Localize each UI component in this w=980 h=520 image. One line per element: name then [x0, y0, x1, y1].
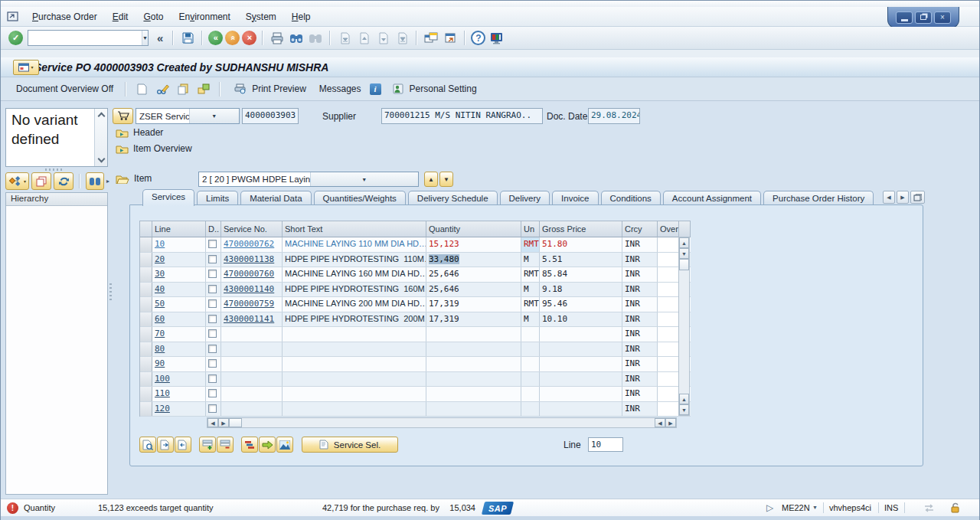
- continue-icon[interactable]: ▷: [766, 502, 773, 513]
- quantity-cell[interactable]: 17,319: [426, 312, 521, 327]
- po-type-dropdown-icon[interactable]: ▼: [189, 109, 240, 123]
- table-config-icon[interactable]: [679, 221, 691, 237]
- transaction-code[interactable]: ME22N: [782, 503, 810, 512]
- line-checkbox[interactable]: [208, 389, 217, 397]
- line-checkbox[interactable]: [208, 240, 217, 248]
- gantt-icon[interactable]: [241, 437, 258, 453]
- find-next-icon[interactable]: [307, 30, 324, 47]
- gross-price-cell[interactable]: 51.80: [540, 237, 622, 252]
- short-text-cell[interactable]: HDPE PIPE HYDROTESTING 110M…: [283, 253, 426, 267]
- next-item-button[interactable]: ▼: [439, 172, 453, 187]
- gross-price-cell[interactable]: [540, 372, 622, 387]
- row-select-button[interactable]: [140, 327, 152, 342]
- col-short-text[interactable]: Short Text: [283, 221, 426, 237]
- menu-environment[interactable]: Environment: [171, 8, 237, 25]
- row-select-button[interactable]: [140, 357, 152, 371]
- col-service-no[interactable]: Service No.: [221, 221, 283, 237]
- unit-cell[interactable]: [521, 327, 540, 342]
- line-checkbox[interactable]: [208, 315, 217, 323]
- tab-quantities-weights[interactable]: Quantities/Weights: [314, 191, 406, 206]
- line-checkbox[interactable]: [208, 404, 217, 413]
- service-no-link[interactable]: 4300001138: [224, 254, 274, 264]
- line-link[interactable]: 90: [155, 358, 165, 368]
- line-link[interactable]: 80: [155, 344, 165, 354]
- display-service-icon[interactable]: [175, 437, 191, 453]
- col-gross-price[interactable]: Gross Price: [540, 221, 622, 237]
- line-checkbox[interactable]: [208, 329, 217, 338]
- transaction-dropdown-icon[interactable]: ▼: [812, 505, 818, 510]
- menu-purchase-order[interactable]: Purchase Order: [24, 8, 105, 25]
- service-details-icon[interactable]: [139, 437, 156, 453]
- item-select[interactable]: 2 [ 20 ] PWGM HDPE Laying works_Daryapur…: [198, 172, 419, 187]
- unit-cell[interactable]: [521, 402, 540, 417]
- line-link[interactable]: 70: [155, 329, 165, 338]
- tab-list-icon[interactable]: [910, 191, 925, 204]
- tab-invoice[interactable]: Invoice: [552, 191, 598, 206]
- unit-cell[interactable]: [521, 387, 540, 401]
- gross-price-cell[interactable]: [540, 357, 622, 371]
- refresh-icon[interactable]: [54, 172, 74, 190]
- unit-cell[interactable]: [521, 342, 540, 357]
- tab-delivery-schedule[interactable]: Delivery Schedule: [408, 191, 498, 206]
- close-button[interactable]: ×: [934, 11, 951, 24]
- tab-scroll-right-icon[interactable]: ▶: [897, 191, 909, 204]
- row-select-button[interactable]: [140, 402, 152, 417]
- item-expander[interactable]: Item: [116, 173, 152, 184]
- restore-button[interactable]: [915, 11, 932, 24]
- more-icon[interactable]: ▸: [106, 178, 109, 185]
- tab-conditions[interactable]: Conditions: [601, 191, 661, 206]
- cancel-icon[interactable]: ×: [242, 31, 256, 45]
- copy-service-icon[interactable]: [157, 437, 174, 453]
- row-select-button[interactable]: [140, 312, 152, 327]
- quantity-cell[interactable]: 17,319: [426, 297, 521, 312]
- row-select-button[interactable]: [140, 297, 152, 312]
- row-select-button[interactable]: [140, 372, 152, 387]
- quantity-cell[interactable]: [426, 327, 521, 342]
- line-link[interactable]: 40: [155, 284, 165, 294]
- menu-help[interactable]: Help: [284, 8, 318, 25]
- line-link[interactable]: 60: [155, 314, 165, 324]
- short-text-cell[interactable]: [283, 327, 426, 342]
- create-document-icon[interactable]: [133, 80, 150, 97]
- quantity-cell[interactable]: 25,646: [426, 267, 521, 282]
- first-page-icon[interactable]: [336, 30, 353, 47]
- service-sel-button[interactable]: Service Sel.: [302, 437, 398, 453]
- po-type-select[interactable]: ZSER Service PO ▼: [136, 108, 240, 124]
- short-text-cell[interactable]: MACHINE LAYING 200 MM DIA HD…: [283, 297, 426, 312]
- error-status-icon[interactable]: !: [7, 502, 18, 514]
- supplier-field[interactable]: 700001215 M/S NITIN RANGRAO..: [381, 108, 543, 124]
- col-d[interactable]: D..: [206, 221, 221, 237]
- quantity-cell[interactable]: 33,480: [426, 253, 521, 267]
- line-checkbox[interactable]: [208, 374, 217, 383]
- insert-line-icon[interactable]: [199, 437, 216, 453]
- row-select-button[interactable]: [140, 342, 152, 357]
- gross-price-cell[interactable]: [540, 387, 622, 401]
- tab-material-data[interactable]: Material Data: [240, 191, 311, 206]
- line-link[interactable]: 110: [155, 388, 170, 398]
- scroll-up-icon[interactable]: ▲: [679, 237, 689, 248]
- tab-scroll-left-icon[interactable]: ◀: [883, 191, 895, 204]
- display-change-icon[interactable]: [154, 80, 171, 97]
- scroll-right-icon[interactable]: ▶: [665, 418, 676, 427]
- line-link[interactable]: 20: [155, 254, 165, 264]
- gross-price-cell[interactable]: [540, 342, 622, 357]
- short-text-cell[interactable]: [283, 372, 426, 387]
- scroll-up-icon[interactable]: [97, 113, 105, 120]
- graphic-icon[interactable]: [276, 437, 293, 453]
- scrollbar-thumb[interactable]: [229, 418, 242, 427]
- gross-price-cell[interactable]: 10.10: [540, 312, 622, 327]
- short-text-cell[interactable]: [283, 387, 426, 401]
- line-checkbox[interactable]: [208, 255, 217, 263]
- service-no-link[interactable]: 4300001141: [224, 314, 274, 324]
- menu-goto[interactable]: Goto: [136, 8, 171, 25]
- line-link[interactable]: 50: [155, 299, 165, 309]
- line-link[interactable]: 120: [155, 404, 170, 414]
- line-link[interactable]: 100: [155, 374, 170, 384]
- line-link[interactable]: 30: [155, 269, 165, 279]
- line-checkbox[interactable]: [208, 359, 217, 368]
- service-no-link[interactable]: 4300001140: [224, 284, 274, 294]
- unit-cell[interactable]: RMT: [521, 267, 540, 282]
- arrow-icon[interactable]: [259, 437, 276, 453]
- find-icon[interactable]: [288, 30, 305, 47]
- unit-cell[interactable]: M: [521, 283, 540, 297]
